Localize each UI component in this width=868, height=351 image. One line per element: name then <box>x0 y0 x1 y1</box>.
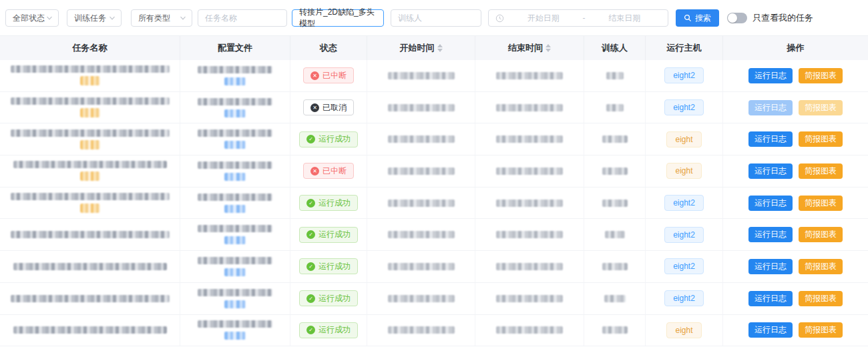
search-button[interactable]: 搜索 <box>676 9 719 27</box>
trainer-redacted <box>602 263 628 270</box>
config-file-redacted <box>198 194 272 201</box>
end-date-placeholder[interactable]: 结束日期 <box>588 13 662 24</box>
trainer-cell <box>584 92 646 123</box>
trainer-cell <box>584 283 646 314</box>
end-time-redacted <box>496 295 563 302</box>
host-badge: eight2 <box>664 258 704 274</box>
trainer-cell <box>584 315 646 346</box>
start-time-cell <box>367 123 475 155</box>
run-log-button[interactable]: 运行日志 <box>748 68 793 83</box>
table-row[interactable]: ✓ 运行成功 eight 运行日志 简报图表 <box>0 123 868 155</box>
status-icon: ✓ <box>306 262 315 271</box>
config-file-link-redacted[interactable] <box>224 332 246 340</box>
host-cell: eight <box>646 155 723 187</box>
report-chart-button[interactable]: 简报图表 <box>799 131 843 147</box>
sort-caret-icon[interactable] <box>437 44 443 52</box>
trainer-input[interactable]: 训练人 <box>391 9 481 27</box>
config-file-link-redacted[interactable] <box>224 173 246 181</box>
run-log-button[interactable]: 运行日志 <box>748 322 793 338</box>
start-time-cell <box>367 251 475 282</box>
filter-bar: 全部状态 训练任务 所有类型 任务名称 转接片_2D缺陷_多头模型 训练人 开始… <box>0 0 868 29</box>
status-icon: ✕ <box>310 71 319 80</box>
category-select[interactable]: 所有类型 <box>131 9 192 27</box>
start-time-cell <box>367 219 475 250</box>
host-badge: eight <box>666 322 701 338</box>
sort-caret-icon[interactable] <box>546 44 551 52</box>
host-cell: eight2 <box>646 219 723 250</box>
task-name-redacted <box>11 129 170 137</box>
end-time-redacted <box>496 72 563 79</box>
job-type-select[interactable]: 训练任务 <box>67 9 122 27</box>
status-select[interactable]: 全部状态 <box>5 9 59 27</box>
end-time-cell <box>475 188 584 219</box>
run-log-button[interactable]: 运行日志 <box>748 131 793 147</box>
table-row[interactable]: ✓ 运行成功 eight2 运行日志 简报图表 <box>0 283 868 315</box>
config-file-link-redacted[interactable] <box>224 141 246 149</box>
config-file-link-redacted[interactable] <box>224 300 246 308</box>
run-log-button[interactable]: 运行日志 <box>748 100 793 115</box>
host-cell: eight2 <box>646 92 723 123</box>
status-label: 已中断 <box>322 70 347 81</box>
actions-cell: 运行日志 简报图表 <box>723 60 868 91</box>
start-date-placeholder[interactable]: 开始日期 <box>507 13 580 24</box>
actions-cell: 运行日志 简报图表 <box>723 188 868 219</box>
report-chart-button[interactable]: 简报图表 <box>799 259 843 274</box>
column-header-8: 操作 <box>723 36 868 60</box>
report-chart-button[interactable]: 简报图表 <box>799 163 843 179</box>
table-row[interactable]: ✕ 已中断 eight 运行日志 简报图表 <box>0 155 868 188</box>
config-file-link-redacted[interactable] <box>224 236 246 244</box>
table-header: 任务名称配置文件状态开始时间结束时间训练人运行主机操作 <box>0 36 868 60</box>
end-time-cell <box>475 155 584 187</box>
report-chart-button[interactable]: 简报图表 <box>799 196 843 211</box>
end-time-cell <box>475 219 584 250</box>
table-row[interactable]: ✕ 已取消 eight2 运行日志 简报图表 <box>0 92 868 124</box>
start-time-cell <box>367 155 475 187</box>
my-tasks-toggle[interactable] <box>727 13 747 23</box>
report-chart-button[interactable]: 简报图表 <box>799 322 843 338</box>
task-search-input[interactable]: 转接片_2D缺陷_多头模型 <box>292 9 384 27</box>
trainer-redacted <box>602 326 628 334</box>
column-header-6: 训练人 <box>584 36 646 60</box>
host-cell: eight2 <box>646 251 723 282</box>
task-name-cell <box>0 315 180 346</box>
end-time-redacted <box>496 200 563 207</box>
table-row[interactable]: ✓ 运行成功 eight2 运行日志 简报图表 <box>0 219 868 251</box>
table-row[interactable]: ✕ 已中断 eight2 运行日志 简报图表 <box>0 60 868 92</box>
task-name-redacted <box>11 193 170 200</box>
report-chart-button[interactable]: 简报图表 <box>799 100 843 115</box>
search-button-label: 搜索 <box>695 13 711 24</box>
config-file-link-redacted[interactable] <box>224 268 246 276</box>
report-chart-button[interactable]: 简报图表 <box>799 291 843 306</box>
clock-icon <box>495 14 504 23</box>
table-row[interactable]: ✓ 运行成功 eight2 运行日志 简报图表 <box>0 188 868 220</box>
end-time-cell <box>475 60 584 91</box>
table-row[interactable]: ✓ 运行成功 eight2 运行日志 简报图表 <box>0 251 868 283</box>
report-chart-button[interactable]: 简报图表 <box>799 68 843 83</box>
task-name-redacted <box>11 295 170 302</box>
status-cell: ✕ 已取消 <box>290 92 367 123</box>
task-name-input[interactable]: 任务名称 <box>198 9 287 27</box>
start-time-redacted <box>388 135 455 143</box>
run-log-button[interactable]: 运行日志 <box>748 291 793 306</box>
run-log-button[interactable]: 运行日志 <box>748 227 793 242</box>
date-range-picker[interactable]: 开始日期 - 结束日期 <box>488 9 668 27</box>
host-badge: eight <box>666 131 701 147</box>
actions-cell: 运行日志 简报图表 <box>723 123 868 155</box>
column-header-5[interactable]: 结束时间 <box>475 36 584 60</box>
table-row[interactable]: ✓ 运行成功 eight 运行日志 简报图表 <box>0 315 868 347</box>
run-log-button[interactable]: 运行日志 <box>748 196 793 211</box>
config-file-link-redacted[interactable] <box>224 109 246 117</box>
trainer-cell <box>584 123 646 155</box>
config-file-link-redacted[interactable] <box>224 205 246 213</box>
config-file-cell <box>180 60 290 91</box>
task-table: 任务名称配置文件状态开始时间结束时间训练人运行主机操作 ✕ 已中断 eight2 <box>0 35 868 351</box>
end-time-cell <box>475 283 584 314</box>
report-chart-button[interactable]: 简报图表 <box>799 227 843 242</box>
run-log-button[interactable]: 运行日志 <box>748 163 793 179</box>
config-file-link-redacted[interactable] <box>224 77 246 85</box>
column-header-4[interactable]: 开始时间 <box>367 36 475 60</box>
config-file-cell <box>180 123 290 155</box>
run-log-button[interactable]: 运行日志 <box>748 259 793 274</box>
end-time-redacted <box>496 104 563 111</box>
status-icon: ✓ <box>306 326 315 334</box>
